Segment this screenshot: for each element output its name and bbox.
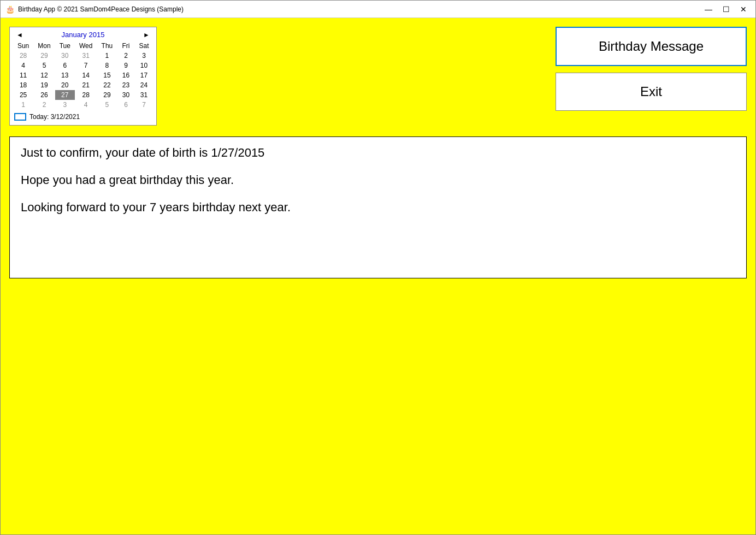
calendar-day-header: Wed [75,41,97,51]
calendar-day[interactable]: 19 [33,80,55,90]
calendar-week-row: 1234567 [13,100,153,110]
calendar-day[interactable]: 7 [75,61,97,70]
top-section: ◄ January 2015 ► SunMonTueWedThuFriSat 2… [9,27,747,126]
calendar-day[interactable]: 31 [135,90,153,100]
calendar-day[interactable]: 18 [13,80,33,90]
maximize-button[interactable]: ☐ [718,4,734,15]
calendar-day[interactable]: 29 [97,90,117,100]
calendar-day[interactable]: 5 [33,61,55,70]
title-bar-text: Birthday App © 2021 SamDom4Peace Designs… [18,5,184,13]
calendar-day[interactable]: 3 [135,51,153,61]
calendar-week-row: 45678910 [13,61,153,70]
calendar-body: 2829303112345678910111213141516171819202… [13,51,153,110]
message-line-3: Looking forward to your 7 years birthday… [21,200,735,215]
calendar-day[interactable]: 10 [135,61,153,70]
title-bar-controls: — ☐ ✕ [701,4,751,15]
calendar-day[interactable]: 20 [55,80,75,90]
calendar-header-row: SunMonTueWedThuFriSat [13,41,153,51]
calendar-day[interactable]: 22 [97,80,117,90]
calendar-day[interactable]: 31 [75,51,97,61]
calendar-day[interactable]: 6 [55,61,75,70]
calendar-day-header: Mon [33,41,55,51]
calendar-day[interactable]: 13 [55,70,75,80]
main-content: ◄ January 2015 ► SunMonTueWedThuFriSat 2… [1,18,755,534]
calendar-day[interactable]: 11 [13,70,33,80]
calendar-day[interactable]: 23 [117,80,135,90]
calendar-week-row: 18192021222324 [13,80,153,90]
calendar-day-header: Tue [55,41,75,51]
right-buttons: Birthday Message Exit [556,27,747,111]
exit-button[interactable]: Exit [556,73,747,111]
calendar-next-button[interactable]: ► [141,31,152,39]
calendar-day[interactable]: 12 [33,70,55,80]
message-area: Just to confirm, your date of birth is 1… [9,136,747,278]
calendar-day[interactable]: 4 [75,100,97,110]
calendar-week-row: 25262728293031 [13,90,153,100]
calendar-day[interactable]: 30 [55,51,75,61]
title-bar-left: 🎂 Birthday App © 2021 SamDom4Peace Desig… [5,4,184,14]
calendar-day[interactable]: 25 [13,90,33,100]
calendar-day[interactable]: 8 [97,61,117,70]
calendar-day-header: Fri [117,41,135,51]
calendar-day[interactable]: 24 [135,80,153,90]
calendar-day[interactable]: 28 [75,90,97,100]
calendar-day[interactable]: 1 [97,51,117,61]
today-text: Today: 3/12/2021 [29,113,80,121]
calendar-day[interactable]: 28 [13,51,33,61]
message-line-1: Just to confirm, your date of birth is 1… [21,146,735,160]
app-icon: 🎂 [5,4,15,14]
message-line-2: Hope you had a great birthday this year. [21,173,735,187]
calendar-day[interactable]: 15 [97,70,117,80]
calendar-day[interactable]: 14 [75,70,97,80]
main-window: 🎂 Birthday App © 2021 SamDom4Peace Desig… [0,0,756,535]
calendar-day[interactable]: 2 [33,100,55,110]
calendar-day[interactable]: 5 [97,100,117,110]
title-bar: 🎂 Birthday App © 2021 SamDom4Peace Desig… [1,1,755,18]
calendar-day-header: Sat [135,41,153,51]
calendar-grid: SunMonTueWedThuFriSat 282930311234567891… [13,41,153,110]
calendar-widget: ◄ January 2015 ► SunMonTueWedThuFriSat 2… [9,27,157,126]
calendar-day[interactable]: 29 [33,51,55,61]
calendar-footer: Today: 3/12/2021 [13,112,153,122]
today-indicator [14,113,26,121]
calendar-header: ◄ January 2015 ► [13,31,153,39]
calendar-day[interactable]: 6 [117,100,135,110]
calendar-day[interactable]: 3 [55,100,75,110]
calendar-day[interactable]: 26 [33,90,55,100]
calendar-day[interactable]: 4 [13,61,33,70]
birthday-message-button[interactable]: Birthday Message [556,27,747,66]
calendar-week-row: 11121314151617 [13,70,153,80]
calendar-day[interactable]: 1 [13,100,33,110]
calendar-day-header: Sun [13,41,33,51]
close-button[interactable]: ✕ [736,4,751,15]
calendar-day[interactable]: 2 [117,51,135,61]
calendar-day[interactable]: 17 [135,70,153,80]
calendar-day[interactable]: 7 [135,100,153,110]
calendar-month-year: January 2015 [62,31,105,39]
calendar-day[interactable]: 16 [117,70,135,80]
calendar-week-row: 28293031123 [13,51,153,61]
calendar-day[interactable]: 21 [75,80,97,90]
calendar-prev-button[interactable]: ◄ [14,31,25,39]
calendar-day[interactable]: 27 [55,90,75,100]
minimize-button[interactable]: — [701,4,716,15]
calendar-day[interactable]: 9 [117,61,135,70]
calendar-day-header: Thu [97,41,117,51]
calendar-day[interactable]: 30 [117,90,135,100]
